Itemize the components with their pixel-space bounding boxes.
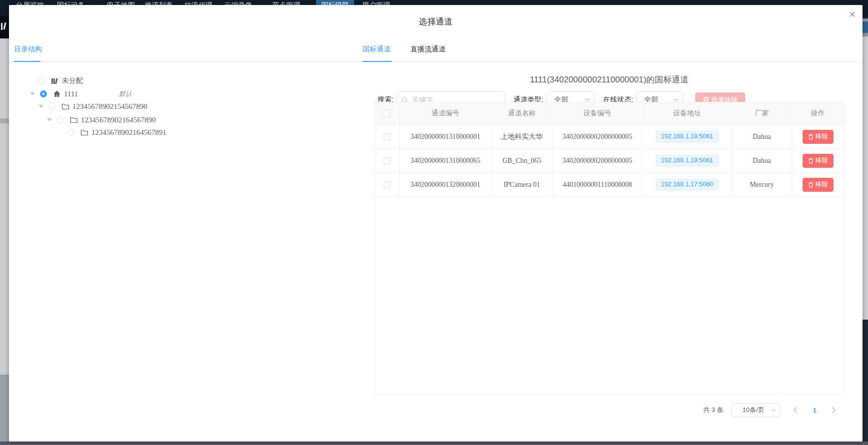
- row-checkbox[interactable]: [384, 181, 391, 188]
- chevron-down-icon: [771, 409, 776, 412]
- tree-node-folder-1[interactable]: 12345678902154567890: [38, 100, 147, 112]
- folder-icon: [61, 103, 69, 110]
- caret-down-icon[interactable]: [38, 105, 43, 108]
- cell-device-id: 44010000001110008008: [552, 173, 643, 196]
- radio-1111[interactable]: [40, 90, 47, 97]
- radio-folder-2[interactable]: [57, 116, 64, 123]
- tree-node-unassigned[interactable]: 未分配: [38, 75, 83, 87]
- pagination: 共 3 条 10条/页 1: [703, 403, 836, 418]
- table-row: 34020000001310000001 上地科实大华 340200000020…: [375, 125, 844, 149]
- tree-node-folder-2[interactable]: 12345678902164567890: [47, 114, 156, 126]
- row-checkbox[interactable]: [384, 157, 391, 164]
- page-text-fragment: [1, 22, 7, 30]
- page-number-1[interactable]: 1: [813, 407, 816, 414]
- col-header-channel-name: 通道名称: [492, 102, 553, 124]
- remove-button[interactable]: 移除: [803, 130, 834, 144]
- tab-directory-underline: [14, 61, 40, 62]
- tab-gb-channel[interactable]: 国标通道: [363, 45, 391, 54]
- radio-folder-1[interactable]: [48, 103, 55, 110]
- page-left-band: [0, 118, 9, 123]
- tabs-divider: [9, 61, 863, 62]
- device-address-tag: 192.168.1.17:5060: [656, 179, 719, 190]
- chevron-right-icon: [832, 407, 836, 414]
- table-row: 34020000001320000001 IPCamera 01 4401000…: [375, 173, 844, 197]
- cell-channel-id: 34020000001320000001: [400, 173, 492, 196]
- default-badge: 默认: [119, 89, 132, 98]
- next-page-button[interactable]: [832, 407, 836, 414]
- panel-heading: 1111(34020000002110000001)的国标通道: [375, 74, 844, 85]
- cell-channel-id: 34020000001310000065: [400, 149, 492, 172]
- channel-table: 通道编号 通道名称 设备编号 设备地址 厂家 操作 34020000001310…: [375, 102, 844, 395]
- col-header-channel-id: 通道编号: [400, 102, 492, 124]
- page-right-gray-strip: [863, 36, 868, 320]
- tab-stream-channel[interactable]: 直播流通道: [411, 45, 445, 54]
- home-icon: [53, 90, 61, 98]
- row-checkbox[interactable]: [384, 133, 391, 140]
- tab-directory-structure[interactable]: 目录结构: [14, 45, 42, 54]
- cell-device-id: 34020000002000000005: [552, 125, 643, 148]
- trash-icon: [808, 134, 814, 140]
- page-left-footer-strip: [0, 375, 9, 442]
- total-count: 共 3 条: [703, 406, 723, 415]
- tree-node-label: 1111: [64, 90, 78, 98]
- cell-vendor: Dahua: [732, 125, 792, 148]
- table-header-row: 通道编号 通道名称 设备编号 设备地址 厂家 操作: [375, 102, 844, 125]
- cell-channel-name: 上地科实大华: [492, 125, 553, 148]
- remove-button[interactable]: 移除: [803, 178, 834, 192]
- device-address-tag: 192.168.1.19:5061: [656, 131, 719, 142]
- cell-channel-id: 34020000001310000001: [400, 125, 492, 148]
- tree-node-folder-3[interactable]: 12345678902164567891: [67, 126, 166, 138]
- tree-node-1111[interactable]: 1111 默认: [30, 88, 132, 100]
- library-icon: [51, 77, 59, 85]
- chevron-left-icon: [793, 407, 798, 414]
- tree-node-label: 12345678902164567891: [91, 128, 166, 137]
- cell-vendor: Dahua: [732, 149, 792, 172]
- select-channel-dialog: × 选择通道 目录结构 国标通道 直播流通道 未分配 1111 默认 12345…: [9, 5, 863, 442]
- remove-label: 移除: [816, 156, 828, 165]
- chevron-down-icon: [584, 98, 590, 102]
- chevron-down-icon: [673, 98, 679, 102]
- col-header-vendor: 厂家: [732, 102, 792, 124]
- folder-icon: [80, 129, 88, 136]
- cell-device-id: 34020000002000000005: [552, 149, 643, 172]
- cell-channel-name: GB_Chn_065: [492, 149, 553, 172]
- caret-down-icon[interactable]: [47, 118, 52, 121]
- page-left-gray-strip-2: [0, 123, 9, 375]
- page-scrollbar-thumb[interactable]: [863, 21, 868, 33]
- page-size-select[interactable]: 10条/页: [731, 403, 780, 417]
- cell-channel-name: IPCamera 01: [492, 173, 553, 196]
- page-scrollbar-track-2: [863, 33, 868, 36]
- trash-icon: [808, 158, 814, 164]
- remove-label: 移除: [816, 180, 828, 189]
- table-row: 34020000001310000065 GB_Chn_065 34020000…: [375, 149, 844, 173]
- device-address-tag: 192.168.1.19:5061: [656, 155, 719, 166]
- trash-icon: [808, 182, 814, 188]
- radio-unassigned[interactable]: [38, 77, 45, 84]
- cell-vendor: Mercury: [732, 173, 792, 196]
- folder-icon: [70, 116, 78, 123]
- tree-node-label: 未分配: [62, 76, 83, 85]
- select-all-checkbox[interactable]: [384, 110, 391, 117]
- col-header-device-address: 设备地址: [643, 102, 732, 124]
- remove-label: 移除: [816, 132, 828, 141]
- radio-folder-3[interactable]: [67, 129, 74, 136]
- page-left-gray-strip: [0, 38, 9, 118]
- tab-gb-channel-underline: [363, 61, 392, 62]
- prev-page-button[interactable]: [793, 407, 798, 414]
- tree-node-label: 12345678902164567890: [81, 116, 156, 124]
- page-size-value: 10条/页: [742, 406, 764, 414]
- col-header-device-id: 设备编号: [552, 102, 643, 124]
- caret-down-icon[interactable]: [30, 92, 35, 95]
- page-bottom-strip: [0, 442, 868, 445]
- page-right-dark-strip: [863, 320, 868, 442]
- col-header-action: 操作: [792, 102, 844, 124]
- dialog-title: 选择通道: [9, 16, 863, 27]
- remove-button[interactable]: 移除: [803, 154, 834, 168]
- tree-node-label: 12345678902154567890: [72, 102, 147, 111]
